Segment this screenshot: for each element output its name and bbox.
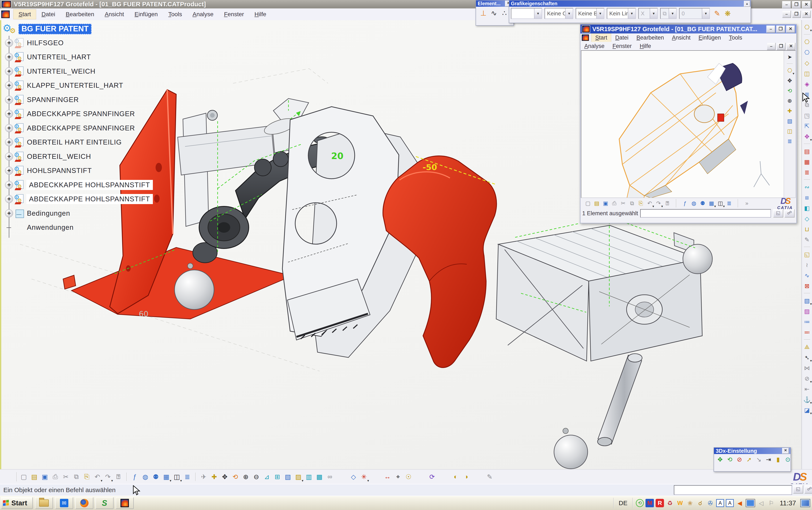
glass-box-icon[interactable]: ◪▾ [803,406,811,415]
key-tray-icon[interactable]: ✇ [706,499,715,507]
menu-ansicht[interactable]: Ansicht [100,9,129,19]
shading-icon[interactable]: ▧ [785,117,794,125]
w-app-tray-icon[interactable]: W [676,499,684,507]
mdi-restore-button[interactable]: ❐ [777,43,785,50]
whats-this-icon[interactable]: ⍰ [663,199,671,207]
dropdown-caret-icon[interactable]: ▾ [669,8,676,19]
menu-analyse[interactable]: Analyse [187,9,219,19]
rotate-3dx-icon[interactable]: ⟲ [726,455,734,464]
user-assistant-icon[interactable]: ☍ [784,209,794,218]
tree-item-abdeckkappe-hohlspannstift-2[interactable]: + ⚙ ⚙ ABDECKKAPPE HOHLSPANNSTIFT [2,192,167,206]
menu-start[interactable]: Start [13,9,36,19]
menu-fenster[interactable]: Fenster [219,9,249,19]
tree-item-klappe-unterteil-hart[interactable]: + ⚙ ⚙ KLAPPE_UNTERTEIL_HART [2,79,167,93]
symmetry-icon[interactable]: ◇ [803,214,811,223]
copy-icon[interactable]: ⧉ [72,472,81,482]
expander-icon[interactable]: + [5,53,13,61]
tree-item-label[interactable]: SPANNFINGER [27,96,79,104]
link-icon[interactable]: ∞ [325,472,334,482]
menu-tools[interactable]: Tools [163,9,187,19]
tree-item-label[interactable]: HOHLSPANNSTIFT [27,167,92,175]
snap-icon[interactable]: ◧ [803,204,811,213]
paste-icon[interactable]: ⎘ [637,199,645,207]
tree-item-bedingungen[interactable]: + ⚙ ⚙ Bedingungen [2,206,167,221]
tree-item-label[interactable]: OBERTEIL_WEICH [27,152,91,161]
redo-icon[interactable]: ↷▾ [655,199,662,207]
print-icon[interactable]: ⎙ [51,472,60,482]
expander-icon[interactable]: + [5,81,13,89]
save-icon[interactable]: ▣ [602,199,609,207]
taskbar-button-folder[interactable] [35,497,53,509]
command-field-toggle-icon[interactable]: ◱ [773,209,783,218]
close-button[interactable]: ✕ [802,1,811,8]
open-icon[interactable]: ▤ [593,199,601,207]
design-table-icon[interactable]: ▦▾ [162,472,171,482]
dropdown-caret-icon[interactable]: ▾ [534,8,542,19]
speed-bar-icon[interactable]: ▮ [774,455,782,464]
expander-icon[interactable]: + [5,167,13,175]
command-input[interactable] [640,209,771,218]
dropdown-caret-icon[interactable]: ▾ [650,8,657,19]
points-icon[interactable]: ∴ [500,8,509,18]
painter-icon[interactable]: ✎ [713,8,722,19]
palette-scroll-up-icon[interactable]: ▲ [744,1,750,7]
opacity-select[interactable]: Keine Op ▾ [545,8,573,19]
menu-einfuegen[interactable]: Einfügen [129,9,163,19]
render-style-icon[interactable]: ▨▾ [294,472,303,482]
tree-item-anwendungen[interactable]: ⚙ ⚙ Anwendungen [2,221,167,235]
pan-3dx-icon[interactable]: ✥ [716,455,724,464]
document-icon[interactable] [1,10,10,19]
volume-tray-icon[interactable]: ◀ [735,499,744,507]
sub-menu-einfuegen[interactable]: Einfügen [695,34,725,42]
undo-icon[interactable]: ↶▾ [646,199,654,207]
pan-icon[interactable]: ✥ [220,472,230,482]
menu-hilfe[interactable]: Hilfe [249,9,271,19]
taskbar-button-catia[interactable] [116,497,134,509]
update-assembly-icon[interactable]: ⟳ [427,472,437,482]
copy-icon[interactable]: ⧉ [628,199,636,207]
selected-part-view[interactable] [581,51,783,198]
shading-mode-icon[interactable]: ▧▾ [803,296,811,305]
globe-tray-icon[interactable]: ☌ [696,499,704,507]
fit-all-in-icon[interactable]: ✚ [210,472,219,482]
element-palette-title-bar[interactable]: Element... ✕ [476,0,513,7]
tree-item-label[interactable]: Anwendungen [27,223,73,231]
display-settings-tray-icon[interactable] [800,499,810,507]
distance-band-icon[interactable]: ∿ [803,271,811,280]
mdi-minimize-button[interactable]: – [767,43,776,50]
offset-constraint-icon[interactable]: ⇤ [803,385,811,393]
apply-material-icon[interactable]: ▨ [803,307,811,316]
exploded-view-icon[interactable]: ✳▾ [359,472,368,482]
zoom-view-icon[interactable]: ⊕ [785,96,794,105]
smart-fastener-icon[interactable]: ⊔ [803,225,811,233]
rotate-icon[interactable]: ⟲ [231,472,240,482]
insert-existing-component-icon[interactable]: ⎔▾ [803,23,811,32]
symbol-select[interactable]: X ▾ [638,8,658,19]
product-tree-filter-icon[interactable]: ≕ [803,328,811,337]
sub-menu-tools[interactable]: Tools [725,34,746,42]
manipulate-icon[interactable]: ⧈ [803,193,811,202]
sub-menu-fenster[interactable]: Fenster [609,42,636,50]
layer-filter-icon[interactable]: ≣ [183,472,192,482]
cut-icon[interactable]: ✂ [619,199,627,207]
command-field-toggle-icon[interactable]: ◱ [793,485,803,493]
part-template-icon[interactable]: ⎔▾ [785,66,794,75]
expander-icon[interactable]: + [5,110,13,118]
delete-component-icon[interactable]: ⊠ [803,282,811,290]
normal-view-icon[interactable]: ⊿ [262,472,271,482]
print-icon[interactable]: ⎙ [610,199,619,207]
undo-icon[interactable]: ↶▾ [93,472,102,482]
tree-toggle-icon[interactable]: ≣ [785,137,794,145]
3dx-settings-title-bar[interactable]: 3Dx-Einstellung ✕ [714,448,790,454]
visible-space-icon[interactable]: ◐ [451,472,460,482]
linewidth-select[interactable]: Keine Br ▾ [576,8,604,19]
tree-item-label[interactable]: UNTERTEIL_HART [27,53,91,61]
smart-move-icon[interactable]: ∾ [803,182,811,192]
fix-component-icon[interactable]: ⚓▾ [803,395,811,404]
language-indicator[interactable]: DE [617,500,630,507]
expander-icon[interactable]: + [5,138,13,146]
minimize-button[interactable]: – [782,1,791,8]
annotate-icon[interactable]: ✎ [485,472,494,482]
red-marker-part[interactable] [718,114,724,121]
tree-item-label[interactable]: OBERTEIL HART EINTEILIG [27,138,122,146]
